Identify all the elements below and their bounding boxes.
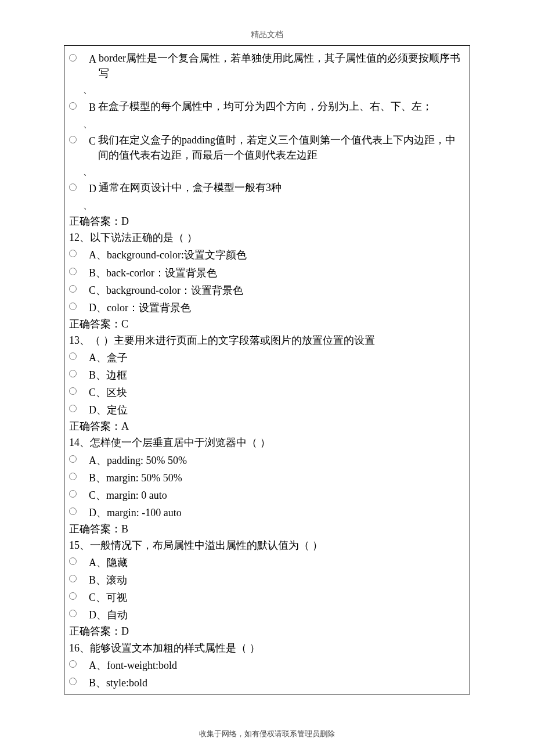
radio-icon[interactable] xyxy=(69,575,77,582)
option-text: border属性是一个复合属性，若单独使用此属性，其子属性值的必须要按顺序书写 xyxy=(99,51,465,81)
caret-row: 、 xyxy=(69,164,465,179)
q14-option-d: D、margin: -100 auto xyxy=(69,504,465,520)
option-text: B、back-corlor：设置背景色 xyxy=(89,265,217,280)
q11-option-b: B 在盒子模型的每个属性中，均可分为四个方向，分别为上、右、下、左； xyxy=(69,99,465,115)
q12-title: 12、以下说法正确的是（ ） xyxy=(69,230,465,245)
q14-option-a: A、padding: 50% 50% xyxy=(69,452,465,468)
option-text: B、margin: 50% 50% xyxy=(89,470,182,485)
radio-icon[interactable] xyxy=(69,102,77,110)
q14-answer: 正确答案：B xyxy=(69,521,465,537)
option-text: 在盒子模型的每个属性中，均可分为四个方向，分别为上、右、下、左； xyxy=(98,99,465,114)
page-footer: 收集于网络，如有侵权请联系管理员删除 xyxy=(0,729,534,740)
radio-icon[interactable] xyxy=(69,490,77,498)
option-text: A、盒子 xyxy=(89,350,128,365)
q11-option-d: D 通常在网页设计中，盒子模型一般有3种 xyxy=(69,180,465,196)
option-text: D、定位 xyxy=(89,402,128,417)
radio-icon[interactable] xyxy=(69,136,77,143)
q15-option-a: A、隐藏 xyxy=(69,554,465,570)
radio-icon[interactable] xyxy=(69,250,77,257)
radio-icon[interactable] xyxy=(69,387,77,395)
option-text: C、margin: 0 auto xyxy=(89,488,167,503)
content-box: A border属性是一个复合属性，若单独使用此属性，其子属性值的必须要按顺序书… xyxy=(64,45,470,694)
q13-option-b: B、边框 xyxy=(69,366,465,383)
option-text: C、background-color：设置背景色 xyxy=(89,283,243,298)
radio-icon[interactable] xyxy=(69,592,77,600)
radio-icon[interactable] xyxy=(69,268,77,275)
q12-option-a: A、background-color:设置文字颜色 xyxy=(69,246,465,262)
radio-icon[interactable] xyxy=(69,303,77,310)
option-text: B、style:bold xyxy=(89,675,147,690)
q13-answer: 正确答案：A xyxy=(69,419,465,434)
option-letter: D xyxy=(89,181,96,196)
radio-icon[interactable] xyxy=(69,54,77,62)
page-header: 精品文档 xyxy=(64,29,470,41)
q13-title: 13、（ ）主要用来进行页面上的文字段落或图片的放置位置的设置 xyxy=(69,333,465,348)
q11-answer: 正确答案：D xyxy=(69,214,465,229)
q13-option-c: C、区块 xyxy=(69,384,465,400)
radio-icon[interactable] xyxy=(69,610,77,617)
q14-title: 14、怎样使一个层垂直居中于浏览器中（ ） xyxy=(69,435,465,450)
option-text: B、滚动 xyxy=(89,573,127,588)
radio-icon[interactable] xyxy=(69,370,77,377)
caret-mark: 、 xyxy=(83,117,92,131)
option-text: D、自动 xyxy=(89,607,128,622)
q16-title: 16、能够设置文本加粗的样式属性是（ ） xyxy=(69,640,465,656)
option-text: A、background-color:设置文字颜色 xyxy=(89,247,247,262)
radio-icon[interactable] xyxy=(69,455,77,463)
q14-option-c: C、margin: 0 auto xyxy=(69,487,465,503)
option-text: D、margin: -100 auto xyxy=(89,505,182,520)
radio-icon[interactable] xyxy=(69,557,77,565)
q12-option-b: B、back-corlor：设置背景色 xyxy=(69,264,465,280)
q15-option-c: C、可视 xyxy=(69,589,465,605)
option-text: 通常在网页设计中，盒子模型一般有3种 xyxy=(99,180,465,195)
q12-option-c: C、background-color：设置背景色 xyxy=(69,282,465,298)
q12-option-d: D、color：设置背景色 xyxy=(69,299,465,315)
option-text: D、color：设置背景色 xyxy=(89,300,191,315)
q11-option-a: A border属性是一个复合属性，若单独使用此属性，其子属性值的必须要按顺序书… xyxy=(69,51,465,81)
radio-icon[interactable] xyxy=(69,285,77,293)
radio-icon[interactable] xyxy=(69,352,77,360)
radio-icon[interactable] xyxy=(69,507,77,515)
q15-answer: 正确答案：D xyxy=(69,624,465,639)
q16-option-a: A、font-weight:bold xyxy=(69,657,465,673)
caret-mark: 、 xyxy=(83,199,92,212)
q14-option-b: B、margin: 50% 50% xyxy=(69,469,465,485)
q15-option-b: B、滚动 xyxy=(69,571,465,588)
q16-option-b: B、style:bold xyxy=(69,674,465,690)
radio-icon[interactable] xyxy=(69,678,77,685)
caret-row: 、 xyxy=(69,197,465,213)
radio-icon[interactable] xyxy=(69,405,77,412)
caret-mark: 、 xyxy=(83,83,92,96)
q15-title: 15、一般情况下，布局属性中溢出属性的默认值为（ ） xyxy=(69,538,465,553)
radio-icon[interactable] xyxy=(69,660,77,668)
option-letter: A xyxy=(89,52,96,67)
q15-option-d: D、自动 xyxy=(69,606,465,622)
option-letter: B xyxy=(89,100,96,115)
q12-answer: 正确答案：C xyxy=(69,316,465,332)
caret-mark: 、 xyxy=(83,165,92,178)
option-text: C、可视 xyxy=(89,590,127,605)
q13-option-a: A、盒子 xyxy=(69,349,465,365)
radio-icon[interactable] xyxy=(69,183,77,191)
option-text: B、边框 xyxy=(89,368,127,383)
option-text: A、font-weight:bold xyxy=(89,658,177,673)
q13-option-d: D、定位 xyxy=(69,401,465,417)
option-text: A、padding: 50% 50% xyxy=(89,453,187,468)
option-letter: C xyxy=(89,134,96,149)
option-text: 我们在定义盒子的padding值时，若定义三个值则第一个值代表上下内边距，中间的… xyxy=(98,132,465,163)
option-text: A、隐藏 xyxy=(89,555,128,570)
q11-option-c: C 我们在定义盒子的padding值时，若定义三个值则第一个值代表上下内边距，中… xyxy=(69,132,465,163)
radio-icon[interactable] xyxy=(69,473,77,480)
caret-row: 、 xyxy=(69,116,465,131)
caret-row: 、 xyxy=(69,82,465,97)
option-text: C、区块 xyxy=(89,385,127,400)
